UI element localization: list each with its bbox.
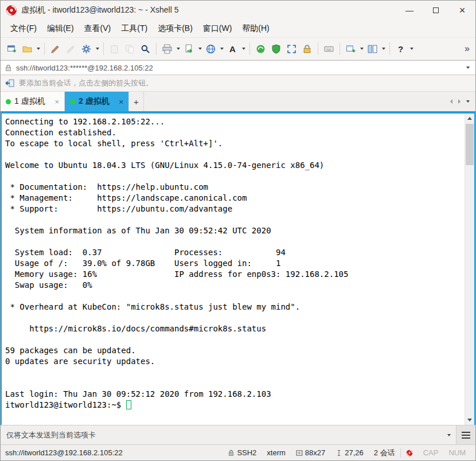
print-button[interactable]	[159, 41, 175, 57]
toolbar-separator	[389, 42, 390, 55]
session-address[interactable]: ssh://itworld123:******@192.168.2.105:22	[12, 64, 463, 72]
cursor-position-icon	[335, 450, 342, 456]
tab-scroll-left-icon[interactable]	[450, 99, 452, 104]
shield-button[interactable]	[268, 41, 284, 57]
open-session-dropdown[interactable]	[35, 41, 41, 57]
scroll-down-button[interactable]	[465, 415, 474, 425]
chevron-down-icon	[466, 67, 470, 69]
close-button[interactable]: ×	[449, 1, 475, 20]
arrow-up-icon	[467, 117, 472, 120]
new-session-button[interactable]	[4, 41, 19, 57]
font-button[interactable]: A	[225, 41, 240, 57]
toolbar-separator	[318, 42, 318, 55]
disconnect-button	[63, 41, 79, 57]
tab-close-icon[interactable]: ×	[119, 97, 123, 106]
new-window-button[interactable]	[343, 41, 358, 57]
terminal-scrollbar[interactable]	[465, 114, 474, 425]
paste-button	[107, 41, 122, 57]
chevron-down-icon	[410, 48, 413, 50]
layout-dropdown[interactable]	[380, 41, 387, 57]
toolbar-separator	[340, 42, 340, 55]
terminal-area[interactable]: Connecting to 192.168.2.105:22... Connec…	[1, 114, 475, 425]
tab-session-2[interactable]: 2 虚拟机 ×	[65, 92, 129, 111]
keyboard-button[interactable]	[321, 41, 337, 57]
send-bar[interactable]: 仅将文本发送到当前选项卡	[1, 425, 475, 444]
menu-help[interactable]: 帮助(H)	[237, 21, 274, 36]
chevron-down-icon	[447, 434, 451, 436]
terminal-cursor	[126, 400, 131, 409]
menu-window[interactable]: 窗口(W)	[198, 21, 237, 36]
status-terminal-type: xterm	[262, 448, 291, 457]
properties-dropdown[interactable]	[94, 41, 100, 57]
tab-list-dropdown-icon[interactable]	[466, 100, 470, 103]
send-mode-dropdown[interactable]	[442, 434, 456, 436]
maximize-icon	[433, 7, 439, 13]
menu-edit[interactable]: 编辑(E)	[42, 21, 79, 36]
lock-icon	[302, 44, 312, 54]
help-icon: ?	[398, 45, 403, 53]
search-icon	[141, 44, 150, 54]
send-mode-label[interactable]: 仅将文本发送到当前选项卡	[6, 430, 442, 440]
menu-file[interactable]: 文件(F)	[5, 21, 42, 36]
toolbar-separator	[103, 42, 104, 55]
web-button[interactable]	[203, 41, 219, 57]
properties-button[interactable]	[79, 41, 94, 57]
status-bar: ssh://itworld123@192.168.2.105:22 SSH2 x…	[1, 444, 475, 460]
open-session-button[interactable]	[19, 41, 35, 57]
help-dropdown[interactable]	[408, 41, 415, 57]
file-transfer-dropdown[interactable]	[197, 41, 203, 57]
web-dropdown[interactable]	[219, 41, 225, 57]
toolbar-separator	[44, 42, 45, 55]
new-session-icon	[7, 44, 17, 54]
status-screen-size: 88x27	[291, 448, 330, 457]
status-cursor-position: 27,26	[330, 448, 369, 457]
menu-view[interactable]: 查看(V)	[79, 21, 116, 36]
scrollbar-thumb[interactable]	[466, 124, 474, 165]
shield-icon	[271, 44, 281, 54]
scroll-up-button[interactable]	[465, 114, 474, 123]
tab-bar: 1 虚拟机 × 2 虚拟机 × +	[1, 92, 475, 111]
help-button[interactable]: ?	[393, 41, 408, 57]
toolbar-overflow-button[interactable]: »	[462, 44, 472, 54]
toolbar-separator	[156, 42, 157, 55]
status-session-count[interactable]: 2 会话	[369, 448, 400, 458]
xshell-logo-icon	[6, 5, 17, 16]
connect-icon	[50, 44, 60, 54]
keyboard-icon	[324, 44, 334, 54]
tab-scroll-right-icon[interactable]	[458, 99, 461, 104]
address-dropdown[interactable]	[463, 67, 473, 69]
layout-button[interactable]	[365, 41, 380, 57]
chevron-down-icon	[96, 48, 99, 50]
copy-button	[122, 41, 138, 57]
printer-icon	[162, 44, 172, 54]
address-bar[interactable]: ssh://itworld123:******@192.168.2.105:22	[1, 60, 475, 75]
find-button[interactable]	[138, 41, 153, 57]
file-transfer-button[interactable]	[181, 41, 197, 57]
chevron-down-icon	[220, 48, 224, 50]
menu-tools[interactable]: 工具(T)	[116, 21, 153, 36]
status-session-url: ssh://itworld123@192.168.2.105:22	[5, 448, 223, 457]
tab-session-1[interactable]: 1 虚拟机 ×	[1, 92, 65, 111]
new-window-dropdown[interactable]	[358, 41, 365, 57]
new-tab-button[interactable]: +	[129, 92, 144, 111]
toolbar-separator	[249, 42, 250, 55]
terminal-output[interactable]: Connecting to 192.168.2.105:22... Connec…	[2, 114, 465, 411]
chevron-down-icon	[382, 48, 385, 50]
font-dropdown[interactable]	[240, 41, 247, 57]
xagent-button[interactable]	[253, 41, 268, 57]
maximize-button[interactable]	[423, 1, 449, 20]
connect-button[interactable]	[48, 41, 63, 57]
session-lock-icon	[5, 64, 12, 72]
chevron-down-icon	[198, 48, 202, 50]
tab-close-icon[interactable]: ×	[54, 97, 59, 106]
menu-tab[interactable]: 选项卡(B)	[153, 21, 198, 36]
lock-button[interactable]	[299, 41, 315, 57]
fullscreen-button[interactable]	[284, 41, 299, 57]
send-options-button[interactable]	[456, 425, 475, 444]
info-bar: 要添加当前会话，点击左侧的箭头按钮。	[1, 75, 475, 92]
chevron-down-icon	[37, 48, 40, 50]
print-dropdown[interactable]	[175, 41, 181, 57]
add-session-arrow-icon[interactable]	[5, 79, 14, 88]
minimize-button[interactable]: —	[396, 1, 423, 20]
paste-icon	[110, 44, 119, 54]
